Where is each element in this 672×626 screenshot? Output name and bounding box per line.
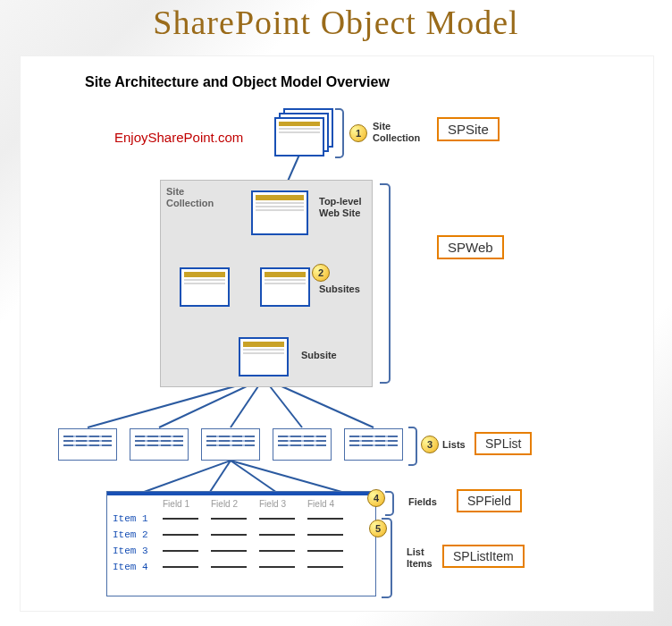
diagram-panel: Site Architecture and Object Model Overv… [20, 55, 654, 612]
slide: SharePoint Object Model Site Architectur… [0, 0, 672, 626]
list-icon-1 [58, 428, 117, 461]
label-list-items: List Items [407, 546, 433, 570]
badge-4: 4 [367, 489, 385, 507]
bracket-spweb [380, 183, 391, 384]
class-spweb: SPWeb [437, 235, 504, 259]
item-row-2: Item 2 [107, 527, 375, 543]
label-fields: Fields [408, 496, 437, 508]
top-level-site-icon [251, 190, 308, 235]
badge-2: 2 [312, 264, 330, 282]
item-row-3: Item 3 [107, 543, 375, 559]
list-icon-5 [344, 428, 403, 461]
list-icon-3 [201, 428, 260, 461]
bracket-fields [385, 491, 394, 516]
label-top-level: Top-level Web Site [319, 196, 361, 219]
badge-3: 3 [421, 436, 439, 453]
class-splist: SPList [475, 432, 532, 455]
diagram-subtitle: Site Architecture and Object Model Overv… [85, 74, 390, 90]
svg-line-10 [208, 461, 231, 495]
label-site-collection: Site Collection [373, 121, 420, 144]
bracket-lists [408, 427, 417, 466]
svg-line-11 [231, 461, 280, 495]
site-collection-stack-icon [274, 108, 332, 155]
field-col-2: Field 2 [211, 499, 259, 509]
watermark-text: EnjoySharePoint.com [114, 130, 243, 145]
list-icon-2 [130, 428, 189, 461]
field-col-1: Field 1 [163, 499, 211, 509]
subsite-icon-1 [180, 267, 230, 307]
class-spfield: SPField [457, 489, 522, 512]
item-row-1: Item 1 [107, 511, 375, 527]
label-subsite: Subsite [301, 350, 337, 361]
label-subsites: Subsites [319, 283, 360, 295]
groupbox-title: Site Collection [166, 186, 214, 209]
subsite-icon-3 [239, 337, 289, 376]
class-splistitem: SPListItem [442, 545, 525, 568]
class-spsite: SPSite [437, 117, 500, 141]
field-col-3: Field 3 [259, 499, 307, 509]
label-lists: Lists [442, 439, 466, 451]
subsite-icon-2 [260, 267, 310, 307]
bracket-site-collection [335, 108, 344, 158]
field-col-4: Field 4 [307, 499, 356, 509]
svg-line-12 [231, 461, 351, 495]
item-row-4: Item 4 [107, 559, 375, 575]
list-items-table: Field 1 Field 2 Field 3 Field 4 Item 1 I… [106, 491, 376, 596]
bracket-listitems [382, 518, 392, 598]
list-icon-4 [273, 428, 332, 461]
page-title: SharePoint Object Model [0, 3, 672, 42]
badge-1: 1 [349, 124, 367, 142]
fields-header-row: Field 1 Field 2 Field 3 Field 4 [107, 495, 375, 511]
svg-line-9 [137, 461, 231, 495]
